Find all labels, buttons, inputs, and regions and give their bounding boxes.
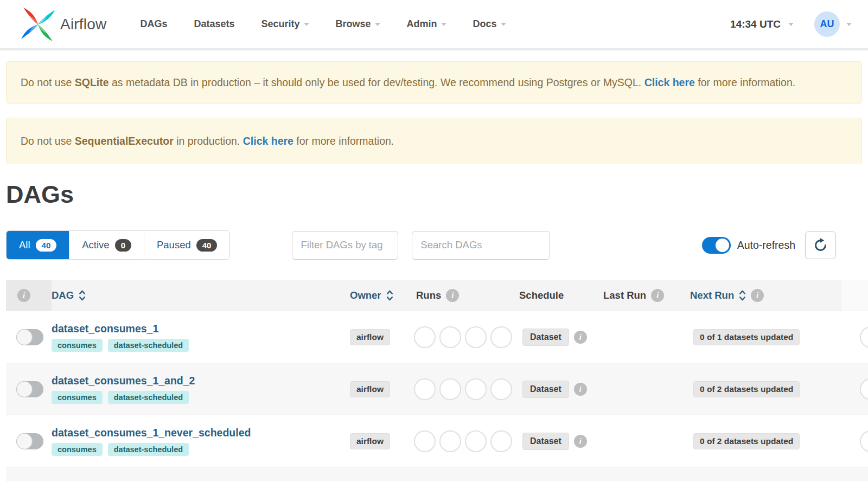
run-status-circle[interactable] (490, 378, 512, 400)
tab-paused[interactable]: Paused 40 (144, 231, 229, 259)
dag-tag[interactable]: dataset-scheduled (108, 339, 189, 352)
alert-text: Do not use (21, 135, 75, 147)
main-nav: DAGs Datasets Security Browse Admin Docs (140, 18, 506, 30)
dag-tag[interactable]: consumes (52, 443, 103, 456)
sort-icon[interactable] (79, 289, 86, 301)
auto-refresh-label: Auto-refresh (737, 239, 795, 252)
alert-text: in production. (174, 135, 243, 147)
last-run-cell (600, 311, 687, 363)
brand-label: Airflow (60, 16, 106, 33)
header-dag[interactable]: DAG (52, 280, 347, 311)
tab-all[interactable]: All 40 (7, 231, 69, 259)
dag-filter-tabs: All 40 Active 0 Paused 40 (6, 230, 230, 260)
count-badge: 40 (36, 239, 57, 252)
nav-item-admin[interactable]: Admin (407, 18, 446, 30)
info-icon[interactable]: i (446, 289, 459, 302)
clock-label: 14:34 UTC (730, 18, 781, 30)
dag-pause-toggle[interactable] (16, 381, 43, 397)
nav-item-docs[interactable]: Docs (473, 18, 506, 30)
chevron-down-icon (441, 23, 446, 26)
dag-pause-toggle[interactable] (16, 433, 43, 449)
tab-label: All (19, 239, 30, 251)
schedule-badge[interactable]: Dataset (522, 433, 569, 450)
run-status-circle[interactable] (465, 326, 487, 348)
task-status-circle[interactable] (860, 326, 868, 348)
refresh-button[interactable] (805, 231, 836, 259)
info-icon[interactable]: i (574, 435, 587, 448)
dag-tag[interactable]: consumes (52, 391, 103, 404)
run-status-circle[interactable] (414, 378, 436, 400)
dag-tag[interactable]: consumes (52, 339, 103, 352)
pause-toggle-cell (6, 363, 52, 415)
info-icon[interactable]: i (651, 289, 664, 302)
alert-strong: SQLite (75, 76, 109, 88)
run-status-circle[interactable] (465, 430, 487, 452)
airflow-brand[interactable]: Airflow (20, 7, 106, 42)
tab-label: Paused (157, 239, 191, 251)
header-next-run[interactable]: Next Run i (687, 280, 841, 311)
dag-link[interactable]: dataset_consumes_1 (52, 323, 158, 335)
info-icon[interactable]: i (17, 289, 30, 302)
dags-table: i DAG Owner Runs i Schedule Last Run i (6, 280, 868, 481)
next-run-badge: 0 of 2 datasets updated (693, 433, 800, 449)
next-run-cell: 0 of 2 datasets updated (687, 363, 841, 415)
airflow-pinwheel-icon (20, 7, 56, 42)
sort-icon[interactable] (386, 289, 393, 301)
dag-tag[interactable]: dataset-scheduled (108, 391, 189, 404)
tab-active[interactable]: Active 0 (69, 231, 144, 259)
search-dags-input[interactable] (412, 231, 550, 260)
table-row: dataset_consumes_1_and_2 consumes datase… (6, 363, 868, 415)
runs-cell (413, 363, 516, 415)
header-owner[interactable]: Owner (347, 280, 413, 311)
pause-toggle-cell (6, 311, 52, 363)
alert-text: Do not use (21, 76, 75, 88)
user-avatar[interactable]: AU (814, 11, 840, 37)
click-here-link[interactable]: Click here (644, 76, 695, 88)
user-menu-chevron-icon[interactable] (846, 23, 852, 26)
schedule-badge[interactable]: Dataset (522, 329, 569, 346)
dag-tag[interactable]: dataset-scheduled (108, 443, 189, 456)
run-status-circle[interactable] (439, 378, 461, 400)
run-status-circle[interactable] (414, 430, 436, 452)
sort-icon[interactable] (739, 289, 746, 301)
recent-tasks-cell (841, 415, 868, 467)
table-header-row: i DAG Owner Runs i Schedule Last Run i (6, 280, 868, 311)
run-status-circle[interactable] (414, 326, 436, 348)
dag-link[interactable]: dataset_consumes_1_never_scheduled (52, 427, 251, 439)
owner-badge: airflow (350, 329, 390, 345)
dag-name-cell: dataset_consumes_1_and_2 consumes datase… (52, 363, 347, 415)
run-status-circle[interactable] (465, 378, 487, 400)
task-status-circle[interactable] (860, 430, 868, 452)
header-toggle-col: i (6, 280, 52, 311)
tag-filter-input[interactable] (292, 231, 398, 260)
run-status-circle[interactable] (490, 430, 512, 452)
auto-refresh-toggle[interactable] (702, 237, 731, 254)
schedule-badge[interactable]: Dataset (522, 381, 569, 398)
run-status-circle[interactable] (490, 326, 512, 348)
dag-name-cell: dataset_consumes_1 consumes dataset-sche… (52, 311, 347, 363)
page-title: DAGs (6, 181, 868, 209)
dag-pause-toggle[interactable] (16, 329, 43, 345)
run-status-circle[interactable] (439, 326, 461, 348)
column-label: Last Run (603, 289, 646, 301)
schedule-cell: Dataset i (516, 363, 600, 415)
info-icon[interactable]: i (574, 331, 587, 344)
info-icon[interactable]: i (574, 383, 587, 396)
toggle-knob (16, 381, 33, 397)
nav-item-datasets[interactable]: Datasets (194, 18, 234, 30)
task-status-circle[interactable] (860, 378, 868, 400)
tag-row: consumes dataset-scheduled (52, 339, 189, 352)
dag-link[interactable]: dataset_consumes_1_and_2 (52, 375, 195, 387)
info-icon[interactable]: i (751, 289, 764, 302)
auto-refresh-control: Auto-refresh (702, 237, 795, 254)
navbar-right: 14:34 UTC AU (730, 11, 852, 37)
run-status-circle[interactable] (439, 430, 461, 452)
timezone-selector[interactable]: 14:34 UTC (730, 18, 794, 30)
chevron-down-icon (304, 23, 309, 26)
nav-item-browse[interactable]: Browse (336, 18, 380, 30)
owner-badge: airflow (350, 433, 390, 449)
count-badge: 40 (196, 239, 218, 252)
nav-item-security[interactable]: Security (261, 18, 309, 30)
click-here-link[interactable]: Click here (243, 135, 293, 147)
nav-item-dags[interactable]: DAGs (140, 18, 167, 30)
